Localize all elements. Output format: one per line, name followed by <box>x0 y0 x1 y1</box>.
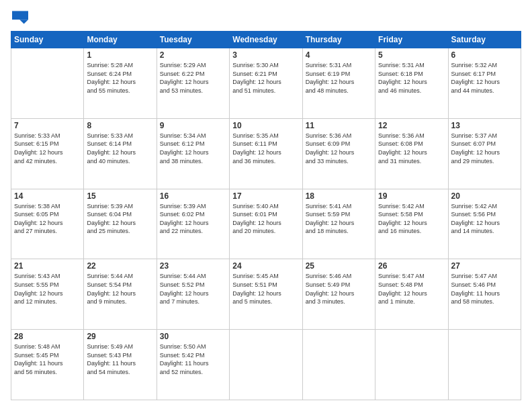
cell-info: Sunrise: 5:37 AM Sunset: 6:07 PM Dayligh… <box>451 132 518 165</box>
weekday-header-sunday: Sunday <box>11 32 84 48</box>
day-number: 14 <box>14 191 81 201</box>
calendar-cell: 10Sunrise: 5:35 AM Sunset: 6:11 PM Dayli… <box>230 118 302 189</box>
day-number: 30 <box>160 332 226 341</box>
calendar-cell: 23Sunrise: 5:44 AM Sunset: 5:52 PM Dayli… <box>157 259 229 330</box>
day-number: 22 <box>87 261 153 271</box>
day-number: 5 <box>378 50 445 60</box>
day-number: 29 <box>87 332 153 341</box>
cell-info: Sunrise: 5:40 AM Sunset: 6:01 PM Dayligh… <box>232 202 299 236</box>
calendar-cell: 9Sunrise: 5:34 AM Sunset: 6:12 PM Daylig… <box>157 118 229 189</box>
day-number: 11 <box>306 121 372 130</box>
calendar-cell: 19Sunrise: 5:42 AM Sunset: 5:58 PM Dayli… <box>375 189 448 259</box>
day-number: 21 <box>14 261 81 271</box>
day-number: 10 <box>232 121 299 130</box>
cell-info: Sunrise: 5:36 AM Sunset: 6:08 PM Dayligh… <box>378 132 445 165</box>
svg-marker-0 <box>12 11 28 19</box>
calendar-cell: 29Sunrise: 5:49 AM Sunset: 5:43 PM Dayli… <box>84 330 157 400</box>
cell-info: Sunrise: 5:42 AM Sunset: 5:58 PM Dayligh… <box>378 202 445 236</box>
weekday-header-monday: Monday <box>84 32 157 48</box>
calendar-cell: 26Sunrise: 5:47 AM Sunset: 5:48 PM Dayli… <box>375 259 448 330</box>
weekday-header-wednesday: Wednesday <box>230 32 302 48</box>
calendar-cell <box>448 330 521 400</box>
calendar-cell: 4Sunrise: 5:31 AM Sunset: 6:19 PM Daylig… <box>302 48 375 119</box>
day-number: 27 <box>451 261 518 271</box>
calendar-cell: 18Sunrise: 5:41 AM Sunset: 5:59 PM Dayli… <box>302 189 375 259</box>
cell-info: Sunrise: 5:42 AM Sunset: 5:56 PM Dayligh… <box>451 202 518 236</box>
logo <box>11 11 31 24</box>
calendar-cell: 8Sunrise: 5:33 AM Sunset: 6:14 PM Daylig… <box>84 118 157 189</box>
cell-info: Sunrise: 5:29 AM Sunset: 6:22 PM Dayligh… <box>160 61 226 95</box>
cell-info: Sunrise: 5:43 AM Sunset: 5:55 PM Dayligh… <box>14 272 81 306</box>
calendar-week-row-3: 14Sunrise: 5:38 AM Sunset: 6:05 PM Dayli… <box>11 189 521 259</box>
logo-icon <box>12 11 28 24</box>
svg-marker-1 <box>19 19 28 24</box>
day-number: 16 <box>160 191 226 201</box>
day-number: 3 <box>232 50 299 60</box>
day-number: 23 <box>160 261 226 271</box>
cell-info: Sunrise: 5:49 AM Sunset: 5:43 PM Dayligh… <box>87 342 153 376</box>
calendar-cell: 22Sunrise: 5:44 AM Sunset: 5:54 PM Dayli… <box>84 259 157 330</box>
weekday-header-friday: Friday <box>375 32 448 48</box>
day-number: 17 <box>232 191 299 201</box>
cell-info: Sunrise: 5:33 AM Sunset: 6:14 PM Dayligh… <box>87 132 153 165</box>
calendar-cell: 24Sunrise: 5:45 AM Sunset: 5:51 PM Dayli… <box>230 259 302 330</box>
weekday-header-saturday: Saturday <box>448 32 521 48</box>
calendar-cell: 14Sunrise: 5:38 AM Sunset: 6:05 PM Dayli… <box>11 189 84 259</box>
weekday-header-row: SundayMondayTuesdayWednesdayThursdayFrid… <box>11 32 521 48</box>
calendar-cell: 25Sunrise: 5:46 AM Sunset: 5:49 PM Dayli… <box>302 259 375 330</box>
calendar-cell: 2Sunrise: 5:29 AM Sunset: 6:22 PM Daylig… <box>157 48 229 119</box>
calendar-cell <box>302 330 375 400</box>
cell-info: Sunrise: 5:28 AM Sunset: 6:24 PM Dayligh… <box>87 61 153 95</box>
day-number: 4 <box>306 50 372 60</box>
calendar-cell: 30Sunrise: 5:50 AM Sunset: 5:42 PM Dayli… <box>157 330 229 400</box>
cell-info: Sunrise: 5:46 AM Sunset: 5:49 PM Dayligh… <box>306 272 372 306</box>
calendar-week-row-5: 28Sunrise: 5:48 AM Sunset: 5:45 PM Dayli… <box>11 330 521 400</box>
calendar-cell: 5Sunrise: 5:31 AM Sunset: 6:18 PM Daylig… <box>375 48 448 119</box>
calendar-cell: 20Sunrise: 5:42 AM Sunset: 5:56 PM Dayli… <box>448 189 521 259</box>
calendar-cell: 28Sunrise: 5:48 AM Sunset: 5:45 PM Dayli… <box>11 330 84 400</box>
day-number: 12 <box>378 121 445 130</box>
day-number: 24 <box>232 261 299 271</box>
cell-info: Sunrise: 5:36 AM Sunset: 6:09 PM Dayligh… <box>306 132 372 165</box>
calendar-week-row-4: 21Sunrise: 5:43 AM Sunset: 5:55 PM Dayli… <box>11 259 521 330</box>
calendar-cell: 21Sunrise: 5:43 AM Sunset: 5:55 PM Dayli… <box>11 259 84 330</box>
cell-info: Sunrise: 5:39 AM Sunset: 6:02 PM Dayligh… <box>160 202 226 236</box>
calendar-cell: 11Sunrise: 5:36 AM Sunset: 6:09 PM Dayli… <box>302 118 375 189</box>
day-number: 25 <box>306 261 372 271</box>
calendar-cell: 3Sunrise: 5:30 AM Sunset: 6:21 PM Daylig… <box>230 48 302 119</box>
cell-info: Sunrise: 5:30 AM Sunset: 6:21 PM Dayligh… <box>232 61 299 95</box>
cell-info: Sunrise: 5:35 AM Sunset: 6:11 PM Dayligh… <box>232 132 299 165</box>
cell-info: Sunrise: 5:44 AM Sunset: 5:52 PM Dayligh… <box>160 272 226 306</box>
day-number: 19 <box>378 191 445 201</box>
cell-info: Sunrise: 5:44 AM Sunset: 5:54 PM Dayligh… <box>87 272 153 306</box>
day-number: 7 <box>14 121 81 130</box>
header <box>11 11 521 24</box>
calendar-cell: 16Sunrise: 5:39 AM Sunset: 6:02 PM Dayli… <box>157 189 229 259</box>
page: SundayMondayTuesdayWednesdayThursdayFrid… <box>0 0 532 411</box>
calendar-cell: 27Sunrise: 5:47 AM Sunset: 5:46 PM Dayli… <box>448 259 521 330</box>
day-number: 13 <box>451 121 518 130</box>
calendar-cell: 1Sunrise: 5:28 AM Sunset: 6:24 PM Daylig… <box>84 48 157 119</box>
day-number: 20 <box>451 191 518 201</box>
day-number: 2 <box>160 50 226 60</box>
day-number: 1 <box>87 50 153 60</box>
cell-info: Sunrise: 5:48 AM Sunset: 5:45 PM Dayligh… <box>14 342 81 376</box>
cell-info: Sunrise: 5:47 AM Sunset: 5:46 PM Dayligh… <box>451 272 518 306</box>
cell-info: Sunrise: 5:47 AM Sunset: 5:48 PM Dayligh… <box>378 272 445 306</box>
day-number: 28 <box>14 332 81 341</box>
calendar-cell: 13Sunrise: 5:37 AM Sunset: 6:07 PM Dayli… <box>448 118 521 189</box>
cell-info: Sunrise: 5:50 AM Sunset: 5:42 PM Dayligh… <box>160 342 226 376</box>
calendar-cell: 17Sunrise: 5:40 AM Sunset: 6:01 PM Dayli… <box>230 189 302 259</box>
calendar-table: SundayMondayTuesdayWednesdayThursdayFrid… <box>11 31 521 400</box>
cell-info: Sunrise: 5:31 AM Sunset: 6:18 PM Dayligh… <box>378 61 445 95</box>
cell-info: Sunrise: 5:45 AM Sunset: 5:51 PM Dayligh… <box>232 272 299 306</box>
cell-info: Sunrise: 5:33 AM Sunset: 6:15 PM Dayligh… <box>14 132 81 165</box>
day-number: 6 <box>451 50 518 60</box>
weekday-header-tuesday: Tuesday <box>157 32 229 48</box>
calendar-cell <box>230 330 302 400</box>
day-number: 8 <box>87 121 153 130</box>
cell-info: Sunrise: 5:32 AM Sunset: 6:17 PM Dayligh… <box>451 61 518 95</box>
cell-info: Sunrise: 5:31 AM Sunset: 6:19 PM Dayligh… <box>306 61 372 95</box>
calendar-cell: 6Sunrise: 5:32 AM Sunset: 6:17 PM Daylig… <box>448 48 521 119</box>
cell-info: Sunrise: 5:34 AM Sunset: 6:12 PM Dayligh… <box>160 132 226 165</box>
